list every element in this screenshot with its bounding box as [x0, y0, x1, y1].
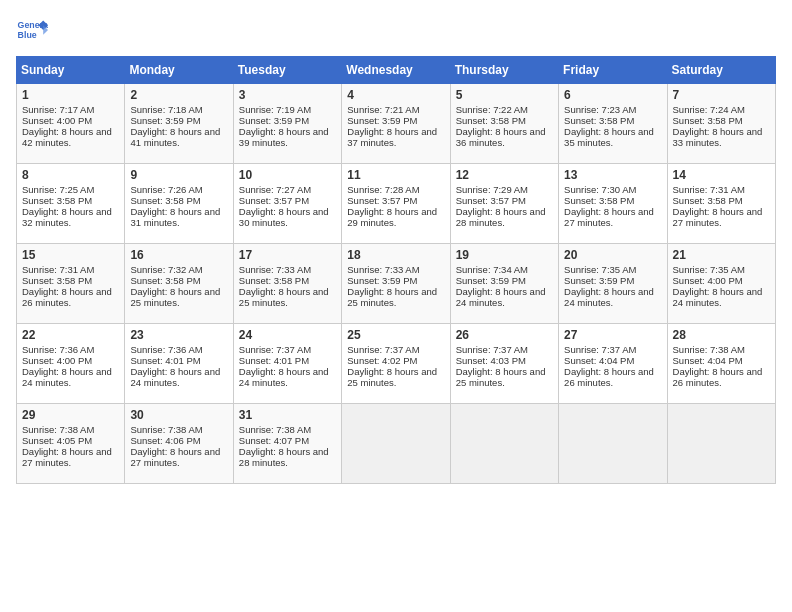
sunset: Sunset: 4:00 PM	[22, 355, 92, 366]
sunset: Sunset: 4:04 PM	[564, 355, 634, 366]
sunset: Sunset: 4:00 PM	[22, 115, 92, 126]
day-number: 15	[22, 248, 119, 262]
daylight: Daylight: 8 hours and 27 minutes.	[22, 446, 112, 468]
calendar-week-4: 22Sunrise: 7:36 AMSunset: 4:00 PMDayligh…	[17, 324, 776, 404]
sunrise: Sunrise: 7:36 AM	[130, 344, 202, 355]
col-sunday: Sunday	[17, 57, 125, 84]
day-cell-15: 15Sunrise: 7:31 AMSunset: 3:58 PMDayligh…	[17, 244, 125, 324]
sunset: Sunset: 4:03 PM	[456, 355, 526, 366]
day-cell-8: 8Sunrise: 7:25 AMSunset: 3:58 PMDaylight…	[17, 164, 125, 244]
daylight: Daylight: 8 hours and 35 minutes.	[564, 126, 654, 148]
day-cell-12: 12Sunrise: 7:29 AMSunset: 3:57 PMDayligh…	[450, 164, 558, 244]
day-number: 16	[130, 248, 227, 262]
day-cell-4: 4Sunrise: 7:21 AMSunset: 3:59 PMDaylight…	[342, 84, 450, 164]
sunrise: Sunrise: 7:37 AM	[347, 344, 419, 355]
sunset: Sunset: 3:58 PM	[673, 115, 743, 126]
day-number: 5	[456, 88, 553, 102]
daylight: Daylight: 8 hours and 36 minutes.	[456, 126, 546, 148]
daylight: Daylight: 8 hours and 30 minutes.	[239, 206, 329, 228]
day-cell-6: 6Sunrise: 7:23 AMSunset: 3:58 PMDaylight…	[559, 84, 667, 164]
daylight: Daylight: 8 hours and 26 minutes.	[564, 366, 654, 388]
sunrise: Sunrise: 7:33 AM	[347, 264, 419, 275]
day-number: 22	[22, 328, 119, 342]
logo-icon: General Blue	[16, 16, 48, 44]
day-number: 3	[239, 88, 336, 102]
day-number: 12	[456, 168, 553, 182]
day-number: 25	[347, 328, 444, 342]
sunrise: Sunrise: 7:22 AM	[456, 104, 528, 115]
sunset: Sunset: 4:07 PM	[239, 435, 309, 446]
day-cell-31: 31Sunrise: 7:38 AMSunset: 4:07 PMDayligh…	[233, 404, 341, 484]
sunset: Sunset: 3:59 PM	[564, 275, 634, 286]
calendar-week-1: 1Sunrise: 7:17 AMSunset: 4:00 PMDaylight…	[17, 84, 776, 164]
sunrise: Sunrise: 7:34 AM	[456, 264, 528, 275]
daylight: Daylight: 8 hours and 27 minutes.	[130, 446, 220, 468]
day-number: 29	[22, 408, 119, 422]
sunrise: Sunrise: 7:36 AM	[22, 344, 94, 355]
sunrise: Sunrise: 7:27 AM	[239, 184, 311, 195]
day-number: 31	[239, 408, 336, 422]
day-number: 18	[347, 248, 444, 262]
sunset: Sunset: 4:06 PM	[130, 435, 200, 446]
col-tuesday: Tuesday	[233, 57, 341, 84]
daylight: Daylight: 8 hours and 25 minutes.	[347, 366, 437, 388]
daylight: Daylight: 8 hours and 25 minutes.	[239, 286, 329, 308]
daylight: Daylight: 8 hours and 25 minutes.	[347, 286, 437, 308]
sunset: Sunset: 3:58 PM	[130, 275, 200, 286]
sunrise: Sunrise: 7:31 AM	[673, 184, 745, 195]
daylight: Daylight: 8 hours and 24 minutes.	[564, 286, 654, 308]
daylight: Daylight: 8 hours and 29 minutes.	[347, 206, 437, 228]
sunrise: Sunrise: 7:35 AM	[673, 264, 745, 275]
page-header: General Blue	[16, 16, 776, 44]
day-cell-7: 7Sunrise: 7:24 AMSunset: 3:58 PMDaylight…	[667, 84, 775, 164]
day-number: 10	[239, 168, 336, 182]
day-number: 28	[673, 328, 770, 342]
sunrise: Sunrise: 7:38 AM	[673, 344, 745, 355]
day-cell-18: 18Sunrise: 7:33 AMSunset: 3:59 PMDayligh…	[342, 244, 450, 324]
sunset: Sunset: 3:58 PM	[22, 195, 92, 206]
sunset: Sunset: 3:58 PM	[130, 195, 200, 206]
sunrise: Sunrise: 7:19 AM	[239, 104, 311, 115]
day-number: 24	[239, 328, 336, 342]
day-cell-16: 16Sunrise: 7:32 AMSunset: 3:58 PMDayligh…	[125, 244, 233, 324]
sunrise: Sunrise: 7:38 AM	[239, 424, 311, 435]
sunset: Sunset: 4:02 PM	[347, 355, 417, 366]
day-number: 7	[673, 88, 770, 102]
sunset: Sunset: 4:05 PM	[22, 435, 92, 446]
day-cell-11: 11Sunrise: 7:28 AMSunset: 3:57 PMDayligh…	[342, 164, 450, 244]
day-cell-21: 21Sunrise: 7:35 AMSunset: 4:00 PMDayligh…	[667, 244, 775, 324]
day-cell-13: 13Sunrise: 7:30 AMSunset: 3:58 PMDayligh…	[559, 164, 667, 244]
sunrise: Sunrise: 7:37 AM	[239, 344, 311, 355]
day-cell-17: 17Sunrise: 7:33 AMSunset: 3:58 PMDayligh…	[233, 244, 341, 324]
daylight: Daylight: 8 hours and 27 minutes.	[673, 206, 763, 228]
calendar-table: Sunday Monday Tuesday Wednesday Thursday…	[16, 56, 776, 484]
sunset: Sunset: 3:57 PM	[239, 195, 309, 206]
sunset: Sunset: 3:58 PM	[673, 195, 743, 206]
empty-cell	[667, 404, 775, 484]
sunset: Sunset: 3:57 PM	[347, 195, 417, 206]
sunrise: Sunrise: 7:37 AM	[564, 344, 636, 355]
sunrise: Sunrise: 7:32 AM	[130, 264, 202, 275]
sunset: Sunset: 3:59 PM	[347, 115, 417, 126]
col-saturday: Saturday	[667, 57, 775, 84]
daylight: Daylight: 8 hours and 41 minutes.	[130, 126, 220, 148]
sunset: Sunset: 3:59 PM	[456, 275, 526, 286]
day-cell-3: 3Sunrise: 7:19 AMSunset: 3:59 PMDaylight…	[233, 84, 341, 164]
sunset: Sunset: 4:01 PM	[239, 355, 309, 366]
day-number: 21	[673, 248, 770, 262]
day-cell-19: 19Sunrise: 7:34 AMSunset: 3:59 PMDayligh…	[450, 244, 558, 324]
day-number: 19	[456, 248, 553, 262]
day-number: 6	[564, 88, 661, 102]
sunset: Sunset: 3:59 PM	[130, 115, 200, 126]
sunset: Sunset: 4:01 PM	[130, 355, 200, 366]
daylight: Daylight: 8 hours and 24 minutes.	[130, 366, 220, 388]
day-cell-10: 10Sunrise: 7:27 AMSunset: 3:57 PMDayligh…	[233, 164, 341, 244]
sunset: Sunset: 3:59 PM	[239, 115, 309, 126]
sunrise: Sunrise: 7:18 AM	[130, 104, 202, 115]
sunrise: Sunrise: 7:21 AM	[347, 104, 419, 115]
daylight: Daylight: 8 hours and 33 minutes.	[673, 126, 763, 148]
day-number: 9	[130, 168, 227, 182]
daylight: Daylight: 8 hours and 28 minutes.	[239, 446, 329, 468]
day-number: 30	[130, 408, 227, 422]
day-number: 20	[564, 248, 661, 262]
